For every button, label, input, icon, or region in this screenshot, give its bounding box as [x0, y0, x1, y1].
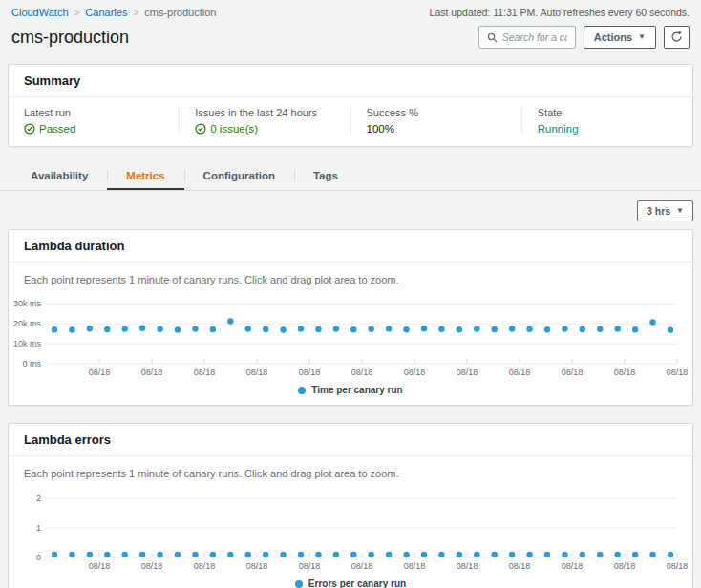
refresh-icon [670, 31, 683, 45]
field-label: Latest run [24, 107, 163, 118]
chevron-down-icon: ▼ [676, 207, 684, 215]
tab-configuration[interactable]: Configuration [184, 163, 294, 190]
svg-text:08/18: 08/18 [457, 561, 478, 571]
svg-text:08/18: 08/18 [246, 368, 268, 377]
svg-text:08/18: 08/18 [299, 561, 321, 571]
title-controls: Actions ▼ [478, 26, 690, 49]
summary-title: Summary [9, 65, 692, 97]
svg-text:20k ms: 20k ms [13, 319, 42, 328]
summary-field-issues: Issues in the last 24 hours 0 issue(s) [179, 107, 350, 135]
svg-text:08/18: 08/18 [667, 368, 689, 377]
legend-dot-icon [298, 387, 306, 394]
tab-availability[interactable]: Availability [11, 163, 107, 190]
tab-metrics[interactable]: Metrics [107, 163, 183, 190]
svg-text:0 ms: 0 ms [22, 359, 41, 368]
summary-body: Latest run Passed Issues in the last 24 … [9, 97, 692, 146]
svg-text:2: 2 [36, 494, 41, 503]
svg-text:08/18: 08/18 [89, 561, 111, 571]
legend-dot-icon [295, 580, 303, 588]
svg-text:08/18: 08/18 [141, 561, 163, 571]
summary-field-state: State Running [521, 107, 692, 135]
svg-text:08/18: 08/18 [614, 368, 636, 377]
success-pct-value: 100% [367, 123, 506, 135]
page-title: cms-production [11, 28, 129, 48]
svg-text:08/18: 08/18 [614, 561, 636, 571]
check-circle-icon [24, 123, 35, 135]
summary-field-success-pct: Success % 100% [350, 107, 521, 135]
svg-text:08/18: 08/18 [404, 561, 426, 571]
issues-value: 0 issue(s) [195, 123, 334, 135]
svg-text:08/18: 08/18 [667, 561, 689, 571]
lambda-duration-panel: Lambda duration Each point represents 1 … [8, 229, 693, 406]
chart-legend: Time per canary run [9, 383, 692, 405]
search-box[interactable] [478, 26, 576, 49]
svg-text:10k ms: 10k ms [13, 339, 42, 348]
chart-description: Each point represents 1 minute of canary… [9, 456, 692, 481]
field-label: State [538, 107, 677, 118]
field-label: Success % [367, 107, 506, 118]
svg-text:08/18: 08/18 [89, 368, 111, 377]
breadcrumb-canaries[interactable]: Canaries [85, 7, 127, 18]
svg-text:30k ms: 30k ms [13, 299, 42, 308]
tab-tags[interactable]: Tags [294, 163, 357, 190]
summary-panel: Summary Latest run Passed Issues in the … [8, 64, 693, 147]
actions-button-label: Actions [594, 32, 632, 43]
duration-scatter-plot[interactable]: 30k ms20k ms10k ms0 ms08/1808/1808/1808/… [9, 295, 692, 383]
legend-label: Errors per canary run [308, 578, 406, 588]
last-updated-text: Last updated: 11:31 PM. Auto refreshes e… [430, 7, 690, 18]
refresh-button[interactable] [664, 26, 690, 49]
svg-text:1: 1 [36, 523, 41, 533]
svg-text:08/18: 08/18 [509, 561, 531, 571]
state-value: Running [538, 123, 677, 135]
chart-description: Each point represents 1 minute of canary… [9, 262, 692, 287]
top-bar: CloudWatch > Canaries > cms-production L… [0, 0, 701, 20]
svg-text:08/18: 08/18 [194, 561, 216, 571]
svg-text:08/18: 08/18 [562, 561, 584, 571]
field-label: Issues in the last 24 hours [195, 107, 334, 118]
title-row: cms-production Actions ▼ [0, 20, 701, 58]
chart-title: Lambda errors [9, 424, 692, 456]
svg-text:08/18: 08/18 [299, 368, 321, 377]
check-circle-icon [195, 123, 206, 135]
time-range-row: 3 hrs ▼ [0, 191, 701, 229]
svg-text:08/18: 08/18 [141, 368, 163, 377]
breadcrumb-separator: > [133, 8, 138, 18]
breadcrumb-separator: > [74, 8, 80, 18]
actions-button[interactable]: Actions ▼ [584, 26, 656, 49]
lambda-errors-panel: Lambda errors Each point represents 1 mi… [8, 423, 693, 588]
search-input[interactable] [502, 32, 567, 43]
time-range-label: 3 hrs [647, 205, 670, 217]
summary-field-latest-run: Latest run Passed [9, 107, 179, 135]
svg-text:08/18: 08/18 [351, 368, 373, 377]
chart-title: Lambda duration [9, 230, 692, 262]
chevron-down-icon: ▼ [638, 33, 646, 41]
latest-run-value: Passed [24, 123, 163, 135]
time-range-dropdown[interactable]: 3 hrs ▼ [637, 200, 693, 221]
search-icon [487, 32, 498, 43]
errors-scatter-plot[interactable]: 21008/1808/1808/1808/1808/1808/1808/1808… [9, 489, 692, 577]
chart-legend: Errors per canary run [9, 577, 692, 588]
svg-text:08/18: 08/18 [351, 561, 373, 571]
svg-text:08/18: 08/18 [404, 368, 426, 377]
svg-text:08/18: 08/18 [246, 561, 268, 571]
breadcrumb-current: cms-production [144, 7, 216, 18]
svg-text:0: 0 [36, 553, 41, 562]
legend-label: Time per canary run [311, 385, 402, 395]
tabs-bar: Availability Metrics Configuration Tags [0, 163, 701, 191]
svg-text:08/18: 08/18 [562, 368, 584, 377]
svg-text:08/18: 08/18 [509, 368, 531, 377]
svg-text:08/18: 08/18 [457, 368, 478, 377]
breadcrumb: CloudWatch > Canaries > cms-production [11, 7, 216, 18]
breadcrumb-cloudwatch[interactable]: CloudWatch [11, 7, 69, 18]
svg-text:08/18: 08/18 [194, 368, 216, 377]
